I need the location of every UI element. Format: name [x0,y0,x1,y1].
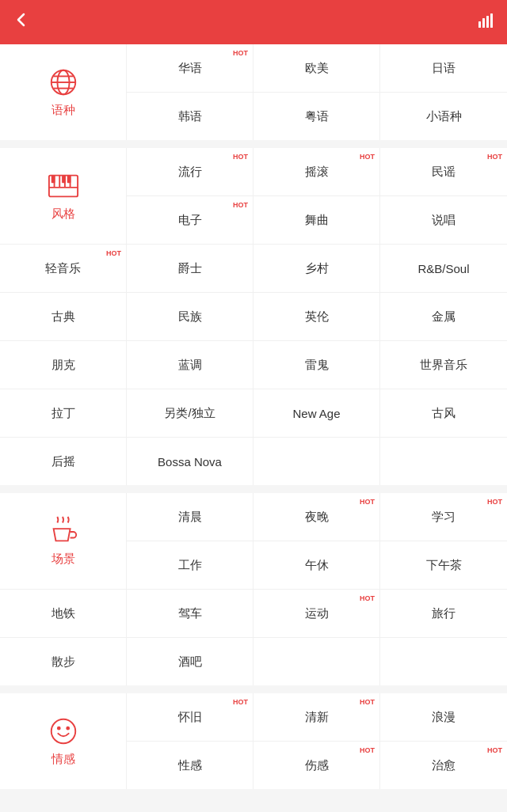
list-item [254,638,380,685]
section-top-style: 风格HOT流行HOT摇滚HOT民谣HOT电子舞曲说唱 [0,148,507,245]
table-row: HOT华语欧美日语 [127,44,507,93]
cell-text: 民谣 [432,165,456,180]
back-button[interactable] [13,11,30,33]
list-item[interactable]: 性感 [127,742,254,789]
list-item[interactable]: 世界音乐 [380,341,507,389]
list-item[interactable]: 雷鬼 [254,341,380,389]
list-item[interactable]: HOT民谣 [380,148,507,195]
section-style: 风格HOT流行HOT摇滚HOT民谣HOT电子舞曲说唱HOT轻音乐爵士乡村R&B/… [0,148,507,485]
cell-text: 韩语 [178,109,202,124]
hot-badge: HOT [487,153,502,161]
list-item[interactable]: HOT伤感 [254,742,380,789]
cell-text: 另类/独立 [164,406,215,421]
hot-badge: HOT [487,746,502,754]
list-item[interactable]: 英伦 [254,293,380,340]
list-item[interactable]: 粤语 [254,93,380,140]
list-item[interactable]: 朋克 [0,341,127,389]
list-item[interactable]: HOT流行 [127,148,254,195]
cell-text: 英伦 [305,309,329,324]
svg-rect-2 [486,16,489,28]
list-item[interactable]: 欧美 [254,44,380,92]
cell-text: 地铁 [51,606,75,621]
list-item[interactable]: HOT治愈 [380,742,507,789]
hot-badge: HOT [360,746,375,754]
category-label-style: 风格 [51,207,75,222]
cell-text: 世界音乐 [420,358,467,373]
section-scene: 场景清晨HOT夜晚HOT学习工作午休下午茶地铁驾车HOT运动旅行散步酒吧 [0,493,507,685]
table-row: 后摇Bossa Nova [0,438,507,485]
cell-text: 摇滚 [305,165,329,180]
list-item[interactable]: HOT电子 [127,196,254,244]
list-item[interactable]: 散步 [0,638,127,685]
list-item[interactable]: 古典 [0,293,127,340]
category-label-language: 语种 [51,103,75,118]
category-style: 风格 [0,148,127,244]
list-item[interactable]: 爵士 [127,245,254,292]
list-item[interactable]: 后摇 [0,438,127,485]
list-item[interactable]: New Age [254,389,380,437]
hot-badge: HOT [360,498,375,506]
hot-badge: HOT [233,201,248,209]
list-item[interactable]: 清晨 [127,493,254,541]
list-item[interactable]: 另类/独立 [127,389,254,437]
table-row: 朋克蓝调雷鬼世界音乐 [0,341,507,389]
list-item[interactable]: 工作 [127,541,254,589]
list-item [254,438,380,485]
header [0,0,507,44]
list-item[interactable]: 地铁 [0,590,127,637]
list-item[interactable]: Bossa Nova [127,438,254,485]
cell-text: 流行 [178,165,202,180]
list-item[interactable]: R&B/Soul [380,245,507,292]
table-row: 工作午休下午茶 [127,541,507,589]
table-row: HOT电子舞曲说唱 [127,196,507,244]
cell-text: 下午茶 [426,558,462,573]
table-row: HOT怀旧HOT清新浪漫 [127,693,507,742]
cell-text: 后摇 [51,454,75,469]
cell-text: 金属 [432,309,456,324]
chart-icon[interactable] [477,12,494,33]
hot-badge: HOT [487,498,502,506]
list-item[interactable]: 舞曲 [254,196,380,244]
data-rows-emotion: HOT怀旧HOT清新浪漫性感HOT伤感HOT治愈 [127,693,507,789]
list-item[interactable]: 古风 [380,389,507,437]
list-item[interactable]: 说唱 [380,196,507,244]
list-item[interactable]: 乡村 [254,245,380,292]
cell-text: 古风 [432,406,456,421]
list-item[interactable]: 浪漫 [380,693,507,741]
list-item[interactable]: 午休 [254,541,380,589]
list-item[interactable]: 驾车 [127,590,254,637]
table-row: 性感HOT伤感HOT治愈 [127,742,507,789]
list-item[interactable]: 日语 [380,44,507,92]
list-item[interactable]: HOT学习 [380,493,507,541]
list-item[interactable]: HOT摇滚 [254,148,380,195]
list-item[interactable]: HOT怀旧 [127,693,254,741]
list-item[interactable]: HOT夜晚 [254,493,380,541]
list-item[interactable]: 蓝调 [127,341,254,389]
list-item[interactable]: 韩语 [127,93,254,140]
cell-text: 午休 [305,558,329,573]
list-item[interactable]: HOT华语 [127,44,254,92]
category-language: 语种 [0,44,127,140]
hot-badge: HOT [360,698,375,706]
data-rows-language: HOT华语欧美日语韩语粤语小语种 [127,44,507,140]
list-item[interactable]: 民族 [127,293,254,340]
list-item[interactable]: HOT清新 [254,693,380,741]
list-item [380,438,507,485]
cell-text: 舞曲 [305,213,329,228]
list-item[interactable]: 金属 [380,293,507,340]
category-label-scene: 场景 [51,552,75,567]
cell-text: 治愈 [432,758,456,773]
list-item[interactable]: 酒吧 [127,638,254,685]
list-item[interactable]: HOT轻音乐 [0,245,127,292]
cell-text: R&B/Soul [417,262,469,275]
list-item[interactable]: 旅行 [380,590,507,637]
list-item[interactable]: 下午茶 [380,541,507,589]
list-item[interactable]: HOT运动 [254,590,380,637]
list-item[interactable]: 拉丁 [0,389,127,437]
cell-text: 爵士 [178,261,202,276]
cell-text: 清新 [305,710,329,725]
list-item[interactable]: 小语种 [380,93,507,140]
svg-point-19 [57,727,59,730]
category-label-emotion: 情感 [51,752,75,767]
svg-rect-3 [490,13,493,28]
